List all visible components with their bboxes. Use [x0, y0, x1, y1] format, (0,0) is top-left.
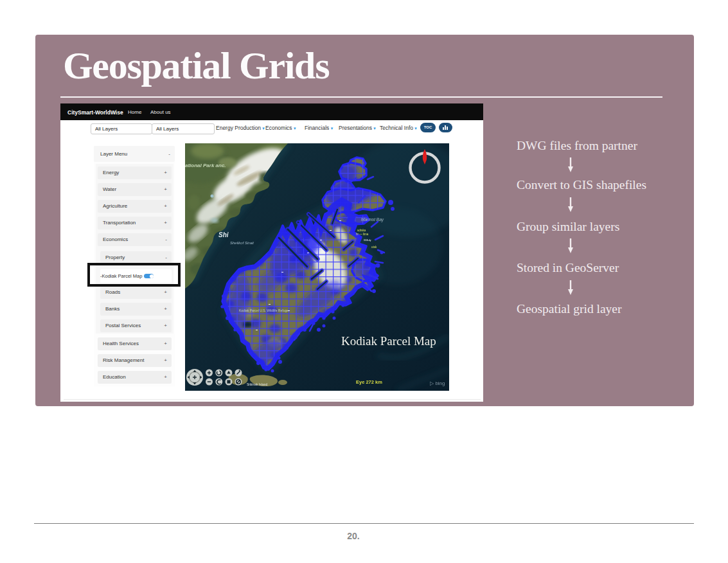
svg-text:Kodiak Parcel U.S. Wildlife Re: Kodiak Parcel U.S. Wildlife Refuge [239, 308, 289, 312]
svg-text:Marmot Bay: Marmot Bay [361, 217, 384, 222]
svg-text:utsk: utsk [371, 246, 377, 249]
svg-text:Kodiak Parcel Map: Kodiak Parcel Map [341, 334, 436, 348]
svg-text:Willuly: Willuly [364, 238, 371, 242]
svg-text:sdrska: sdrska [357, 229, 366, 232]
svg-text:Sitkinak Island: Sitkinak Island [247, 382, 267, 386]
svg-text:▷ bing: ▷ bing [430, 380, 445, 386]
svg-text:Shelikof Strait: Shelikof Strait [230, 241, 254, 245]
svg-text:Eye 272 km: Eye 272 km [356, 379, 382, 385]
svg-text:ational Park anc.: ational Park anc. [185, 163, 226, 168]
svg-text:Shi: Shi [218, 231, 229, 238]
svg-text:hr — lima: hr — lima [356, 233, 369, 236]
